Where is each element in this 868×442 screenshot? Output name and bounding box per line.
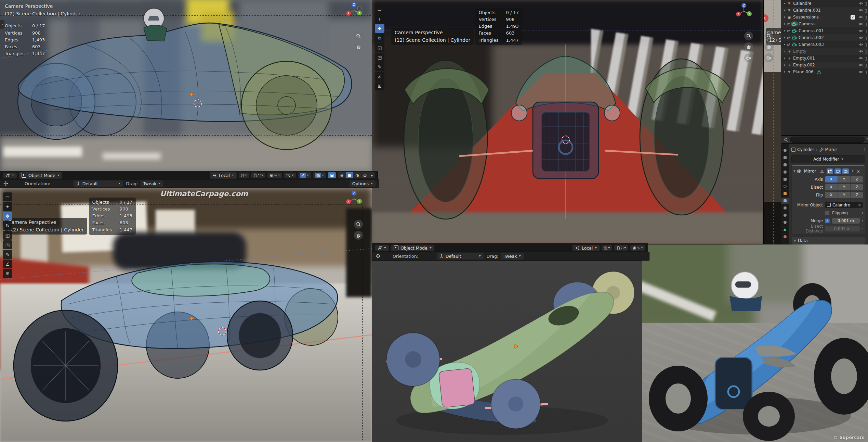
expand-arrow-icon[interactable]	[784, 43, 785, 46]
disable-render-icon[interactable]: ▯	[865, 1, 867, 6]
merge-checkbox[interactable]: ✓	[825, 218, 830, 223]
overlays-dropdown[interactable]: ◍	[313, 172, 326, 178]
menu-item[interactable]	[455, 247, 460, 249]
move-tool[interactable]: ✥	[3, 212, 12, 220]
expand-arrow-icon[interactable]	[784, 23, 785, 25]
scene-tab-icon[interactable]	[781, 176, 789, 182]
material-shading-icon[interactable]: ◑	[353, 172, 361, 178]
scale-tool[interactable]: ◱	[375, 43, 384, 52]
measure-tool[interactable]: ∠	[3, 260, 12, 268]
bisect-distance-field[interactable]: 0.001 m	[825, 226, 860, 231]
transform-tool[interactable]: ◳	[375, 53, 384, 62]
disable-render-icon[interactable]: ▯	[865, 42, 867, 47]
output-tab-icon[interactable]	[781, 162, 789, 168]
bisect-x-button[interactable]: X	[825, 184, 838, 190]
hide-eye-icon[interactable]	[858, 36, 863, 40]
viewport-sliver[interactable]: Camera Perspective (12) Scene Collection…	[764, 0, 781, 244]
expand-arrow-icon[interactable]	[784, 71, 785, 73]
hide-eye-icon[interactable]	[858, 63, 863, 67]
object-name[interactable]: Empty.002	[793, 63, 815, 67]
axis-y-button[interactable]: Y	[838, 176, 851, 182]
show-object-types-dropdown[interactable]	[284, 173, 296, 178]
menu-item[interactable]	[449, 247, 454, 249]
pan-hand-icon[interactable]	[744, 42, 753, 51]
disable-render-icon[interactable]: ▯	[865, 35, 867, 40]
transform-tool[interactable]: ◳	[3, 240, 12, 249]
select-box-tool[interactable]: ▭	[3, 192, 12, 201]
bisect-z-button[interactable]: Z	[851, 184, 863, 190]
rotate-tool[interactable]: ↻	[375, 34, 384, 42]
particles-tab-icon[interactable]	[781, 205, 789, 211]
transform-orientation-dropdown[interactable]: Local	[210, 172, 237, 179]
render-display-toggle[interactable]	[842, 168, 849, 174]
object-name[interactable]: Calandre.001	[793, 8, 820, 13]
cursor-tool[interactable]: +	[375, 14, 384, 23]
menu-item[interactable]	[436, 247, 442, 249]
disable-render-icon[interactable]: ▯	[865, 56, 867, 61]
orientation-dropdown[interactable]: Default	[74, 180, 123, 187]
outliner-row[interactable]: ▼ ▣ + Camera ✓	[781, 21, 868, 27]
object-name[interactable]: Plane.006	[793, 70, 814, 74]
options-dropdown[interactable]: Options	[350, 180, 376, 187]
flip-y-button[interactable]: Y	[838, 192, 851, 198]
scale-tool[interactable]: ◱	[3, 231, 12, 240]
outliner-row[interactable]: ▼ ▣ + Calandre.001 ✓	[781, 7, 868, 14]
world-tab-icon[interactable]	[781, 183, 789, 190]
flip-x-button[interactable]: X	[825, 192, 838, 198]
outliner-row[interactable]: ▼ ▣ + Camera.002 ✓	[781, 34, 868, 41]
add-cube-tool[interactable]: ⊞	[375, 81, 384, 90]
clipping-checkbox[interactable]	[825, 211, 830, 215]
camera-view-icon[interactable]	[744, 53, 753, 62]
outliner-row[interactable]: ▼ ▣ + Suspensions ✓	[781, 14, 868, 21]
zoom-icon[interactable]	[354, 31, 363, 40]
hide-eye-icon[interactable]	[858, 49, 863, 53]
snap-target-dropdown[interactable]: ◎	[239, 173, 249, 178]
object-name[interactable]: Empty	[793, 49, 806, 54]
annotate-tool[interactable]: ✎	[375, 62, 384, 71]
delete-modifier-button[interactable]: ×	[856, 169, 860, 174]
shading-mode-group[interactable]: ⊕ ● ◑ ◒	[338, 172, 375, 178]
outliner-row[interactable]: ▼ ▣ + Camera.003 ✓	[781, 41, 868, 48]
disable-render-icon[interactable]: ▯	[865, 70, 867, 75]
menu-item[interactable]	[77, 175, 82, 176]
physics-tab-icon[interactable]	[781, 212, 789, 218]
outliner-row[interactable]: ▼ ▣ + Empty.001 ✓	[781, 55, 868, 62]
hide-eye-icon[interactable]	[858, 29, 863, 33]
mirror-object-field[interactable]: Calandre ×	[825, 202, 863, 208]
rotate-tool[interactable]: ↻	[3, 221, 12, 230]
hide-eye-icon[interactable]	[858, 22, 863, 26]
panel-collapse-chevron[interactable]	[793, 171, 795, 172]
filter-funnel-icon[interactable]	[867, 138, 868, 142]
annotate-tool[interactable]: ✎	[3, 250, 12, 259]
editor-type-button[interactable]	[375, 245, 389, 251]
wireframe-shading-icon[interactable]: ⊕	[338, 172, 345, 178]
pan-hand-icon[interactable]	[764, 42, 773, 51]
expand-arrow-icon[interactable]	[784, 9, 785, 11]
disable-render-icon[interactable]: ▯	[865, 15, 867, 20]
menu-item[interactable]	[70, 175, 76, 176]
pan-hand-icon[interactable]	[354, 231, 363, 240]
snap-target-dropdown[interactable]: ◎	[602, 245, 612, 251]
orientation-dropdown[interactable]: Default	[437, 253, 484, 260]
mode-dropdown[interactable]: Object Mode	[391, 245, 434, 251]
move-tool[interactable]: ✥	[375, 24, 384, 33]
drag-dropdown[interactable]: Tweak	[141, 180, 163, 187]
viewport-solid[interactable]	[372, 260, 642, 442]
expand-arrow-icon[interactable]	[784, 30, 785, 32]
pan-hand-icon[interactable]	[354, 42, 363, 51]
toolbar-expand-arrow[interactable]: ›	[0, 20, 4, 29]
material-tab-icon[interactable]	[781, 233, 789, 240]
clear-object-icon[interactable]: ×	[858, 203, 861, 207]
object-name[interactable]: Empty.001	[793, 56, 815, 61]
tool-tab-icon[interactable]	[781, 147, 789, 154]
realtime-display-toggle[interactable]	[834, 168, 841, 174]
modifier-name-field[interactable]: Mirror	[803, 169, 817, 174]
proportional-editing-group[interactable]: ◉∿	[267, 173, 282, 178]
add-modifier-button[interactable]: Add Modifier	[791, 155, 865, 163]
object-name[interactable]: Camera.003	[799, 42, 824, 47]
bisect-y-button[interactable]: Y	[838, 184, 851, 190]
viewport-camera-front[interactable]: Camera Perspective (12) Scene Collection…	[372, 0, 764, 244]
zoom-icon[interactable]	[354, 220, 363, 229]
disable-render-icon[interactable]: ▯	[865, 49, 867, 54]
object-name[interactable]: Camera.001	[799, 28, 824, 33]
